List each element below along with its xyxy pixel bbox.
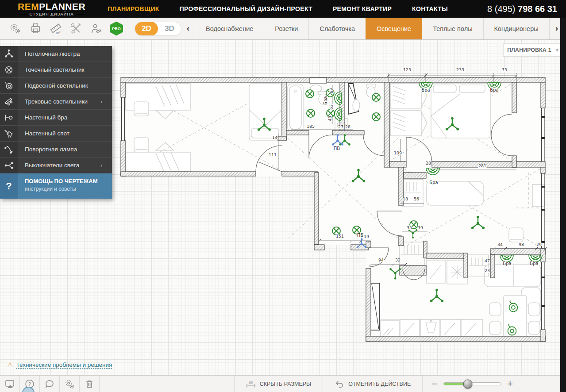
presentation-button[interactable] [0,376,20,392]
help-question-icon: ? [0,173,18,199]
plan-label: Бра [429,180,438,185]
spot-symbol[interactable] [306,90,314,98]
printer-icon [30,23,42,35]
chandelier-icon [0,46,18,61]
area-button[interactable]: m² [49,22,63,36]
dimension-label: 35 [407,225,412,230]
view-2d-button[interactable]: 2D [135,22,158,36]
sidebar-item-track-lights[interactable]: Трековые светильники › [0,94,112,110]
dimension-icon: 80 [246,380,256,388]
dimension-label: 185 [307,124,315,129]
dimension-label: 94 [378,257,384,262]
nav-planner[interactable]: ПЛАНИРОВЩИК [108,5,159,12]
tab-low-current[interactable]: Слаботочка [308,18,366,39]
tools-icon [70,23,82,35]
nav-contacts[interactable]: КОНТАКТЫ [412,5,448,12]
bottom-bar: ? 80 СКРЫТЬ РАЗМЕРЫ ОТМЕНИТЬ ДЕЙСТВИЕ − … [0,375,566,392]
delete-button[interactable] [80,376,100,392]
screen-icon [4,379,15,389]
plan-canvas[interactable]: 1252337563634818527281411110928281185635… [0,40,566,375]
tab-heated-floors[interactable]: Теплые полы [422,18,483,39]
lighting-sidebar: Потолочная люстра Точечный светильник По… [0,46,112,199]
sidebar-help-item[interactable]: ? ПОМОЩЬ ПО ЧЕРТЕЖАМ инструкции и советы [0,173,112,199]
plan-settings-button[interactable] [60,376,80,392]
dimension-label: 233 [456,67,464,72]
view-3d-button[interactable]: 3D [158,22,181,36]
tech-problems-link[interactable]: ⚠ Технические проблемы и решения [7,361,112,369]
pendant-light-icon [0,78,18,93]
submenu-chevron-icon: › [100,94,112,109]
top-header: REMPLANNER СТУДИЯ ДИЗАЙНА ПЛАНИРОВЩИК ПР… [0,0,566,18]
nav-renovation[interactable]: РЕМОНТ КВАРТИР [333,5,392,12]
ruler-m2-icon: m² [50,23,62,35]
dimension-label: 63 [329,88,334,93]
zoom-out-button[interactable]: − [431,379,437,389]
warning-icon: ⚠ [7,361,13,369]
app-logo[interactable]: REMPLANNER СТУДИЯ ДИЗАЙНА [18,2,85,16]
tab-lighting[interactable]: Освещение [366,18,422,39]
spot-symbol[interactable] [307,109,315,117]
svg-text:m²: m² [56,31,61,35]
plan-label: Бра [323,96,328,104]
nav-design-project[interactable]: ПРОФЕССИОНАЛЬНЫЙ ДИЗАЙН-ПРОЕКТ [180,5,312,12]
undo-button[interactable]: ОТМЕНИТЬ ДЕЙСТВИЕ [323,376,422,392]
tab-air-conditioners[interactable]: Кондиционеры [483,18,549,39]
sidebar-item-wall-spot[interactable]: Настенный спот [0,126,112,142]
settings-button[interactable] [8,22,22,36]
layout-selector[interactable]: ПЛАНИРОВКА 1 ▼ [503,43,566,57]
right-scrollbar[interactable] [560,18,566,392]
track-lights-icon [0,94,18,109]
dimension-label: 27 [338,124,343,129]
undo-arrow-icon [335,380,344,388]
dimension-label: 109 [394,150,402,155]
swivel-lamp-icon [0,142,18,157]
layout-selector-label: ПЛАНИРОВКА 1 [504,47,555,53]
sidebar-item-ceiling-chandelier[interactable]: Потолочная люстра [0,46,112,62]
wall-spot-icon [0,126,18,141]
sidebar-item-spot-light[interactable]: Точечный светильник [0,62,112,78]
dimension-label: 151 [336,234,344,238]
tab-water-supply[interactable]: Водоснабжение [195,18,264,39]
submenu-chevron-icon: › [100,158,112,173]
tab-flooring[interactable]: Наполь [549,18,554,39]
dimension-label: 111 [269,152,277,157]
dimension-label: 98 [519,242,524,247]
zoom-in-button[interactable]: + [507,379,513,389]
pro-badge[interactable]: PRO [110,22,123,36]
dimension-label: 56 [414,196,419,201]
designer-button[interactable] [89,22,104,36]
dimension-label: 14 [272,135,277,140]
tab-sockets[interactable]: Розетки [264,18,308,39]
svg-text:?: ? [28,381,31,387]
spot-symbol[interactable] [372,113,380,121]
spot-symbol[interactable] [372,93,380,101]
dimension-label: 63 [329,104,334,110]
chat-button[interactable] [40,376,60,392]
view-toggle[interactable]: 2D 3D [135,22,181,36]
dimension-label: 18 [403,196,408,201]
zoom-slider-knob[interactable] [463,379,472,388]
sidebar-item-wall-sconce[interactable]: Настенный бра [0,110,112,126]
zoom-slider[interactable] [443,382,501,385]
dimension-label: 48 [327,116,332,121]
main-nav: ПЛАНИРОВЩИК ПРОФЕССИОНАЛЬНЫЙ ДИЗАЙН-ПРОЕ… [108,5,448,12]
svg-text:80: 80 [249,380,253,384]
dimension-label: 28 [426,161,431,165]
dimension-label: 29 [536,242,542,247]
dimension-label: 34 [497,242,503,247]
logo-rem: REM [18,1,39,12]
tools-button[interactable] [69,22,83,36]
tabs-scroll-left[interactable]: ‹ [181,18,195,39]
hide-dimensions-button[interactable]: 80 СКРЫТЬ РАЗМЕРЫ [234,376,323,392]
plan-label: Бра [490,88,498,92]
sidebar-item-light-switches[interactable]: Выключатели света › [0,158,112,173]
phone-number: 8 (495) 798 66 31 [487,4,557,14]
speech-bubble-icon [44,379,55,389]
toolbar: m² PRO 2D 3D ‹ Водоснабжение Розетки Сла… [0,18,566,40]
dimension-label: 281 [478,163,486,168]
sidebar-item-swivel-lamp[interactable]: Поворотная лампа [0,142,112,158]
sidebar-item-pendant-light[interactable]: Подвесной светильник [0,78,112,94]
dimension-label: 75 [502,67,507,72]
dimension-label: 19 [364,234,369,239]
print-button[interactable] [28,22,42,36]
